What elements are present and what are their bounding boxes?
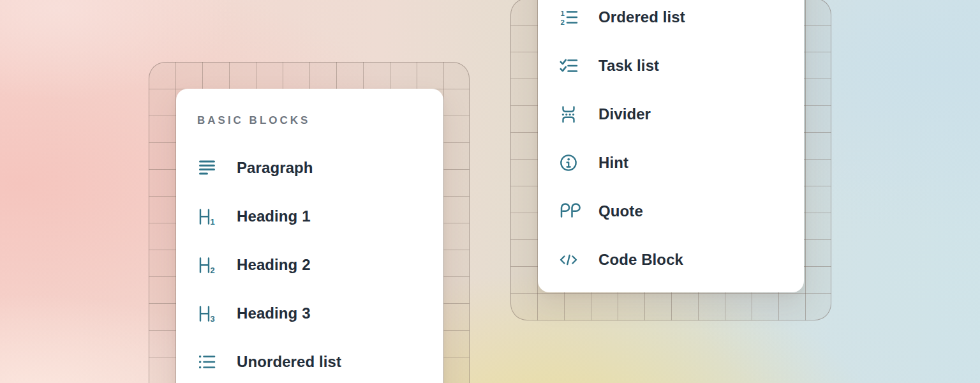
menu-item-code-block[interactable]: Code Block [559,236,804,284]
paragraph-icon [197,158,219,177]
advanced-blocks-menu: 1 2 Ordered list Task list Divider Hint … [538,0,804,292]
task-list-icon [559,56,581,75]
svg-text:3: 3 [211,314,215,323]
menu-item-heading-1[interactable]: 1 Heading 1 [197,192,443,241]
menu-item-heading-2[interactable]: 2 Heading 2 [197,241,443,289]
menu-item-label: Quote [598,202,643,220]
advanced-blocks-items: 1 2 Ordered list Task list Divider Hint … [559,0,804,284]
svg-text:1: 1 [211,217,215,226]
menu-item-label: Divider [598,105,651,123]
menu-item-label: Ordered list [598,8,685,26]
code-block-icon [559,250,581,269]
menu-item-task-list[interactable]: Task list [559,41,804,90]
hint-icon [559,153,581,172]
menu-item-label: Hint [598,154,628,172]
menu-item-label: Heading 3 [237,304,311,322]
svg-text:2: 2 [211,266,215,274]
svg-text:1: 1 [561,10,565,17]
menu-item-label: Task list [598,57,659,75]
menu-item-quote[interactable]: Quote [559,187,804,236]
menu-item-label: Unordered list [237,353,341,371]
heading-2-icon: 2 [197,255,219,274]
menu-item-ordered-list[interactable]: 1 2 Ordered list [559,0,804,41]
unordered-list-icon [197,352,219,372]
divider-icon [559,105,581,124]
basic-blocks-items: Paragraph 1 Heading 1 2 Heading 2 3 Head… [197,144,443,383]
heading-3-icon: 3 [197,304,219,323]
svg-text:2: 2 [561,19,565,26]
quote-icon [559,202,581,221]
gradient-background: { "left_menu": { "section_label": "BASIC… [0,0,980,383]
ordered-list-icon: 1 2 [559,8,581,27]
section-label-basic-blocks: BASIC BLOCKS [197,114,443,127]
menu-item-heading-3[interactable]: 3 Heading 3 [197,289,443,338]
menu-item-label: Heading 1 [237,207,311,225]
heading-1-icon: 1 [197,207,219,226]
basic-blocks-menu: BASIC BLOCKS Paragraph 1 Heading 1 2 Hea… [176,89,443,383]
menu-item-label: Heading 2 [237,256,311,274]
menu-item-label: Code Block [598,251,683,269]
menu-item-paragraph[interactable]: Paragraph [197,144,443,192]
menu-item-hint[interactable]: Hint [559,139,804,187]
menu-item-label: Paragraph [237,159,313,177]
menu-item-unordered-list[interactable]: Unordered list [197,338,443,383]
menu-item-divider[interactable]: Divider [559,90,804,139]
